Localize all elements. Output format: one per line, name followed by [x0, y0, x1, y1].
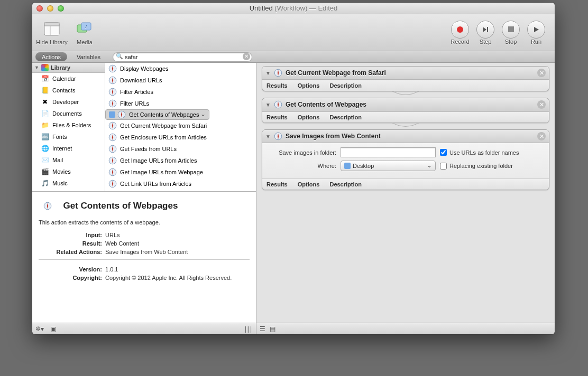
category-item[interactable]: 🎬Movies: [32, 166, 105, 177]
category-item[interactable]: 🌐Internet: [32, 143, 105, 154]
action-item[interactable]: Display Webpages: [105, 63, 256, 74]
hide-library-button[interactable]: Hide Library: [35, 16, 68, 49]
titlebar: Untitled (Workflow) — Edited: [32, 3, 555, 14]
replace-checkbox-input[interactable]: [440, 163, 447, 170]
window-subtitle-text: (Workflow) — Edited: [274, 4, 337, 12]
action-item[interactable]: Filter URLs: [105, 98, 256, 109]
category-item[interactable]: ✉️Mail: [32, 154, 105, 166]
stop-label: Stop: [505, 39, 517, 45]
category-item[interactable]: 🔤Fonts: [32, 131, 105, 143]
category-label: Mail: [52, 157, 63, 163]
use-urls-checkbox[interactable]: Use URLs as folder names: [440, 149, 519, 156]
action-item[interactable]: Get Link URLs from Webpages: [105, 190, 256, 191]
remove-step-button[interactable]: ✕: [537, 132, 546, 140]
action-item[interactable]: Get Current Webpage from Safari: [105, 120, 256, 131]
step-button[interactable]: Step: [473, 21, 498, 45]
safari-icon: [108, 76, 117, 84]
disclosure-triangle-icon[interactable]: ▼: [265, 102, 271, 108]
fonts-icon: 🔤: [41, 133, 49, 141]
gear-menu-button[interactable]: ✲▾: [35, 325, 44, 333]
action-item[interactable]: Get Image URLs from Webpage: [105, 166, 256, 178]
workflow-footer: ☰ ▤: [256, 323, 555, 334]
replace-checkbox[interactable]: Replacing existing folder: [440, 163, 513, 170]
workflow-canvas[interactable]: ▼ Get Current Webpage from Safari ✕ Resu…: [256, 63, 555, 323]
description-tab[interactable]: Description: [329, 114, 362, 120]
use-urls-checkbox-input[interactable]: [440, 149, 447, 156]
action-item[interactable]: Get Feeds from URLs: [105, 143, 256, 155]
action-label: Get Link URLs from Articles: [120, 181, 191, 187]
results-tab[interactable]: Results: [267, 82, 288, 89]
media-icon: ♪: [76, 20, 94, 38]
safari-icon: [108, 88, 117, 96]
workflow-pane: ▼ Get Current Webpage from Safari ✕ Resu…: [256, 63, 555, 334]
category-item[interactable]: 📄Documents: [32, 108, 105, 119]
window-title: Untitled (Workflow) — Edited: [32, 4, 555, 12]
toggle-description-button[interactable]: ▣: [50, 325, 56, 333]
description-title: Get Contents of Webpages: [63, 201, 178, 211]
action-item[interactable]: Download URLs: [105, 74, 256, 86]
results-tab[interactable]: Results: [267, 181, 288, 187]
category-item[interactable]: 📒Contacts: [32, 84, 105, 96]
disclosure-triangle-icon[interactable]: ▼: [265, 134, 271, 139]
library-header[interactable]: ▼ Library: [32, 63, 105, 73]
description-summary: This action extracts the contents of a w…: [39, 219, 250, 225]
action-item[interactable]: Get Link URLs from Articles: [105, 178, 256, 190]
action-item[interactable]: Get Enclosure URLs from Articles: [105, 131, 256, 143]
where-select[interactable]: Desktop: [341, 161, 436, 171]
category-item[interactable]: 📅Calendar: [32, 73, 105, 84]
tab-actions[interactable]: Actions: [35, 52, 67, 61]
step-body: Save images in folder: Use URLs as folde…: [262, 143, 549, 178]
pdfs-icon: 📄: [41, 191, 49, 191]
variables-view-button[interactable]: ▤: [270, 325, 275, 333]
disclosure-triangle-icon[interactable]: ▼: [265, 70, 271, 76]
related-label: Related Actions:: [39, 249, 105, 255]
options-tab[interactable]: Options: [298, 181, 320, 187]
category-label: Internet: [52, 145, 72, 152]
action-item[interactable]: Get Image URLs from Articles: [105, 155, 256, 166]
category-item[interactable]: 📁Files & Folders: [32, 119, 105, 131]
category-label: Music: [52, 180, 68, 186]
result-value: Web Content: [105, 240, 139, 247]
workflow-step-1[interactable]: ▼ Get Current Webpage from Safari ✕ Resu…: [262, 66, 549, 91]
category-list[interactable]: ▼ Library 📅Calendar📒Contacts✖Developer📄D…: [32, 63, 105, 191]
safari-icon: [108, 121, 117, 130]
run-button[interactable]: Run: [524, 21, 548, 45]
close-window-button[interactable]: [36, 5, 43, 12]
category-item[interactable]: 🎵Music: [32, 177, 105, 189]
description-tab[interactable]: Description: [329, 181, 362, 187]
action-description-pane: Get Contents of Webpages This action ext…: [32, 192, 256, 323]
options-tab[interactable]: Options: [298, 114, 320, 120]
minimize-window-button[interactable]: [47, 5, 53, 12]
action-item[interactable]: Filter Articles: [105, 86, 256, 98]
workflow-step-2[interactable]: ▼ Get Contents of Webpages ✕ Results Opt…: [262, 98, 549, 123]
library-pane: ▼ Library 📅Calendar📒Contacts✖Developer📄D…: [32, 63, 256, 334]
description-tab[interactable]: Description: [329, 82, 362, 89]
tab-variables[interactable]: Variables: [70, 52, 107, 61]
remove-step-button[interactable]: ✕: [537, 100, 546, 109]
column-resize-handle[interactable]: |||: [245, 325, 253, 333]
record-button[interactable]: Record: [448, 21, 472, 45]
safari-icon: [108, 64, 117, 73]
options-tab[interactable]: Options: [298, 82, 320, 89]
category-item[interactable]: 📄PDFs: [32, 189, 105, 191]
action-list[interactable]: Display WebpagesDownload URLsFilter Arti…: [105, 63, 256, 191]
action-item[interactable]: Get Contents of Webpages: [105, 109, 209, 120]
safari-icon: [108, 133, 117, 142]
action-label: Get Image URLs from Articles: [120, 157, 197, 164]
search-input[interactable]: [113, 52, 252, 62]
stop-button[interactable]: Stop: [499, 21, 523, 45]
safari-icon: [108, 99, 117, 108]
svg-rect-1: [44, 23, 59, 26]
log-view-button[interactable]: ☰: [260, 325, 265, 333]
media-button[interactable]: ♪ Media: [68, 16, 101, 49]
remove-step-button[interactable]: ✕: [537, 69, 546, 77]
clear-search-button[interactable]: ✕: [243, 53, 250, 60]
use-urls-label: Use URLs as folder names: [449, 149, 519, 156]
save-folder-input[interactable]: [341, 147, 436, 157]
results-tab[interactable]: Results: [267, 114, 288, 120]
category-item[interactable]: ✖Developer: [32, 96, 105, 108]
library-icon: [41, 64, 49, 71]
workflow-step-3[interactable]: ▼ Save Images from Web Content ✕ Save im…: [262, 129, 549, 190]
files-icon: 📁: [41, 121, 49, 129]
zoom-window-button[interactable]: [58, 5, 64, 12]
